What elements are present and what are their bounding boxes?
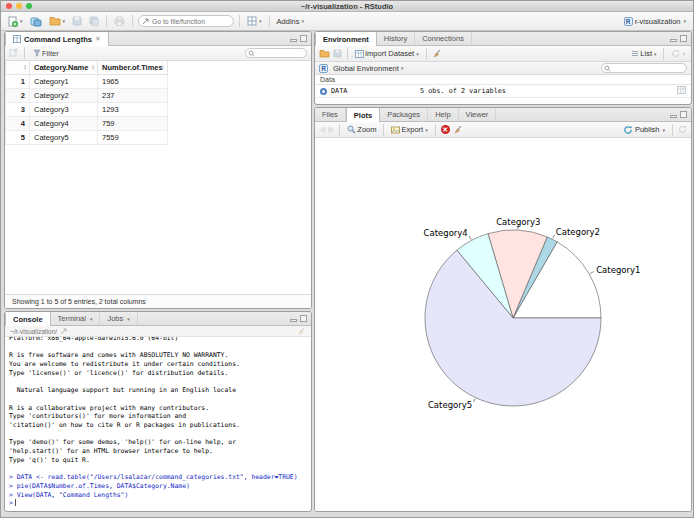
table-row[interactable]: 1Category11965 (6, 75, 168, 89)
environment-search-input[interactable] (601, 63, 687, 73)
table-cell[interactable]: Category2 (30, 89, 98, 103)
tab-terminal[interactable]: Terminal▾ (51, 312, 101, 325)
addins-button[interactable]: Addins ▾ (275, 16, 306, 27)
scope-caret-icon: ▾ (401, 65, 404, 71)
new-project-button[interactable] (28, 15, 44, 28)
minimize-pane-icon[interactable] (290, 319, 297, 322)
environment-search[interactable] (601, 63, 687, 73)
close-window-button[interactable] (6, 3, 12, 9)
table-cell[interactable]: 1 (6, 75, 30, 89)
console-line: > DATA <- read.table("/Users/lsalazar/co… (9, 473, 307, 482)
table-cell[interactable]: Category1 (30, 75, 98, 89)
table-cell[interactable]: 759 (98, 117, 168, 131)
console-line: Type 'demo()' for some demos, 'help()' f… (9, 438, 307, 447)
close-tab-icon[interactable]: ✕ (95, 35, 101, 43)
clear-environment-icon[interactable] (432, 49, 442, 58)
table-cell[interactable]: 237 (98, 89, 168, 103)
environment-scope-button[interactable]: Global Environment ▾ (331, 63, 405, 74)
maximize-pane-icon[interactable] (300, 315, 307, 322)
publish-button[interactable]: Publish ▾ (621, 124, 667, 136)
tab-connections[interactable]: Connections (415, 32, 472, 45)
table-cell[interactable]: 1965 (98, 75, 168, 89)
table-row[interactable]: 3Category31293 (6, 103, 168, 117)
save-button[interactable] (70, 15, 84, 27)
pie-label-Category5: Category5 (428, 400, 472, 410)
tab-command-lengths[interactable]: Command Lengths ✕ (5, 32, 109, 46)
maximize-pane-icon[interactable] (680, 111, 687, 118)
table-cell[interactable]: Category3 (30, 103, 98, 117)
view-table-icon[interactable] (677, 86, 686, 96)
table-cell[interactable]: 7559 (98, 131, 168, 145)
minimize-pane-icon[interactable] (670, 115, 677, 118)
save-workspace-icon[interactable] (333, 49, 342, 58)
minimize-pane-icon[interactable] (670, 39, 677, 42)
column-header-number-of-times[interactable]: Number.of.Times▲▼ (98, 61, 168, 75)
project-caret-icon: ▾ (683, 18, 686, 24)
import-dataset-button[interactable]: Import Dataset ▾ (353, 48, 421, 59)
tab-files[interactable]: Files (315, 108, 346, 121)
dataframe-icon (13, 35, 21, 43)
console-line (9, 343, 307, 352)
tab-viewer[interactable]: Viewer (459, 108, 497, 121)
object-name: DATA (331, 87, 347, 95)
table-cell[interactable]: 2 (6, 89, 30, 103)
tab-packages[interactable]: Packages (380, 108, 428, 121)
table-cell[interactable]: 5 (6, 131, 30, 145)
previous-plot-button[interactable]: ◀ (319, 125, 325, 134)
remove-plot-button[interactable]: ✕ (441, 125, 450, 134)
tab-console[interactable]: Console (5, 312, 51, 326)
table-search[interactable] (245, 48, 307, 58)
zoom-plot-button[interactable]: Zoom (345, 124, 378, 135)
environment-object-row[interactable]: DATA 5 obs. of 2 variables (315, 85, 691, 98)
load-workspace-icon[interactable] (319, 49, 330, 58)
tab-help[interactable]: Help (428, 108, 458, 121)
goto-directory-icon[interactable] (60, 328, 67, 335)
console-output[interactable]: Platform: x86_64-apple-darwin15.6.0 (64-… (5, 337, 311, 511)
maximize-pane-icon[interactable] (680, 35, 687, 42)
tab-plots[interactable]: Plots (346, 108, 380, 122)
goto-file-input[interactable] (138, 15, 234, 27)
new-file-button[interactable]: ▾ (6, 15, 25, 28)
minimize-window-button[interactable] (16, 3, 22, 9)
pane-layout-button[interactable]: ▾ (245, 15, 264, 27)
text-cursor (15, 499, 16, 506)
console-line: > View(DATA, "Command Lengths") (9, 491, 307, 500)
table-cell[interactable]: 4 (6, 117, 30, 131)
table-row[interactable]: 4Category4759 (6, 117, 168, 131)
object-summary: 5 obs. of 2 variables (420, 87, 506, 95)
open-file-button[interactable]: ▾ (47, 15, 68, 27)
minimize-pane-icon[interactable] (290, 39, 297, 42)
clear-all-plots-icon[interactable] (453, 125, 463, 134)
clear-console-icon[interactable] (297, 327, 306, 335)
next-plot-button[interactable]: ▶ (328, 125, 334, 134)
project-menu-button[interactable]: R r-visualization ▾ (622, 16, 688, 27)
zoom-window-button[interactable] (26, 3, 32, 9)
save-all-button[interactable] (87, 15, 101, 27)
popout-view-button[interactable] (9, 48, 18, 59)
export-plot-button[interactable]: Export ▾ (389, 124, 429, 135)
column-header-category-name[interactable]: Category.Name▲▼ (30, 61, 98, 75)
tab-history[interactable]: History (377, 32, 415, 45)
tab-jobs[interactable]: Jobs▾ (100, 312, 137, 325)
goto-file-search[interactable] (138, 15, 234, 27)
popout-icon (9, 48, 18, 57)
table-row[interactable]: 2Category2237 (6, 89, 168, 103)
table-cell[interactable]: 1293 (98, 103, 168, 117)
tab-environment[interactable]: Environment (315, 32, 377, 46)
console-prompt[interactable]: > (9, 499, 307, 508)
maximize-pane-icon[interactable] (300, 35, 307, 42)
console-line: Type 'q()' to quit R. (9, 456, 307, 465)
table-cell[interactable]: 3 (6, 103, 30, 117)
pie-label-Category3: Category3 (496, 217, 540, 227)
table-row[interactable]: 5Category57559 (6, 131, 168, 145)
table-cell[interactable]: Category5 (30, 131, 98, 145)
refresh-plot-icon[interactable] (678, 125, 687, 134)
plots-tabbar: Files Plots Packages Help Viewer (315, 108, 691, 122)
list-view-button[interactable]: List ▾ (629, 48, 658, 59)
terminal-caret-icon: ▾ (90, 316, 93, 322)
table-cell[interactable]: Category4 (30, 117, 98, 131)
filter-button[interactable]: Filter (31, 48, 61, 59)
refresh-environment-button[interactable]: ▾ (669, 48, 687, 59)
print-button[interactable] (112, 15, 127, 27)
row-number-header[interactable]: ▲▼ (6, 61, 30, 75)
